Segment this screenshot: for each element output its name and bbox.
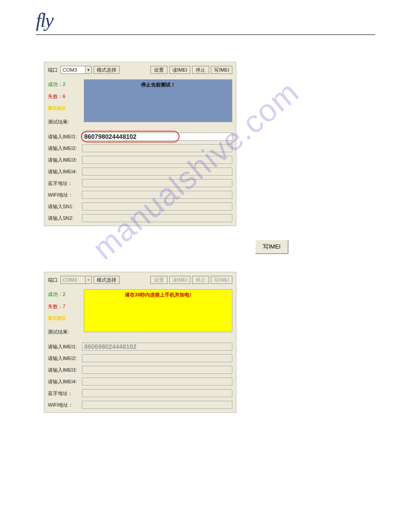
fail-count: 失败：6: [48, 93, 84, 100]
port-label: 端口: [48, 67, 58, 73]
imei3-label: 请输入IMEI3:: [48, 157, 79, 163]
port-combo: COM3 ▼: [60, 276, 92, 284]
wifi-input[interactable]: [82, 401, 232, 409]
read-imei-button: 读IMEI: [169, 276, 191, 284]
imei2-label: 请输入IMEI2:: [48, 355, 79, 362]
mode-select-button[interactable]: 模式选择: [94, 276, 120, 284]
stop-button: 停止: [192, 276, 209, 284]
bt-label: 蓝牙地址：: [48, 180, 79, 187]
chevron-down-icon: ▼: [85, 276, 91, 283]
sn2-label: 请输入SN2:: [48, 215, 79, 222]
panel-2: 端口 COM3 ▼ 模式选择 设置 读IMEI 停止 写IMEI 成功：2 失败…: [44, 272, 236, 413]
imei1-label: 请输入IMEI1:: [48, 343, 79, 350]
imei4-label: 请输入IMEI4:: [48, 168, 79, 175]
imei3-input[interactable]: [82, 366, 232, 374]
toolbar: 端口 COM3 ▼ 模式选择 设置 读IMEI 停止 写IMEI: [48, 276, 232, 284]
port-combo[interactable]: COM3 ▼: [60, 66, 92, 74]
success-count: 成功：2: [48, 81, 84, 88]
imei4-input[interactable]: [82, 378, 232, 386]
imei1-input[interactable]: 860798024448102: [82, 133, 232, 141]
result-label: 测试结果:: [48, 119, 84, 125]
sn1-input[interactable]: [82, 202, 232, 210]
stop-button[interactable]: 停止: [192, 66, 209, 74]
port-value: COM3: [63, 67, 77, 73]
write-imei-button: 写IMEI: [211, 276, 232, 284]
panel-1: 端口 COM3 ▼ 模式选择 设置 读IMEI 停止 写IMEI 成功：2 失败…: [44, 62, 236, 226]
logo: fly: [36, 9, 375, 35]
bt-label: 蓝牙地址：: [48, 390, 79, 397]
wifi-label: WIFI地址：: [48, 402, 79, 408]
imei1-label: 请输入IMEI1:: [48, 133, 79, 140]
imei4-label: 请输入IMEI4:: [48, 378, 79, 385]
settings-button: 设置: [150, 276, 167, 284]
read-imei-button[interactable]: 读IMEI: [169, 66, 191, 74]
settings-button[interactable]: 设置: [150, 66, 167, 74]
port-label: 端口: [48, 277, 58, 283]
imei2-input[interactable]: [82, 354, 232, 362]
wifi-label: WIFI地址：: [48, 192, 79, 198]
success-count: 成功：2: [48, 291, 84, 298]
retry-hint: 重试测试: [48, 105, 84, 112]
port-value: COM3: [63, 277, 77, 283]
imei3-label: 请输入IMEI3:: [48, 367, 79, 373]
imei3-input[interactable]: [82, 156, 232, 164]
imei4-input[interactable]: [82, 167, 232, 176]
write-imei-big-button[interactable]: 写IMEI: [255, 240, 288, 254]
chevron-down-icon: ▼: [85, 66, 91, 73]
toolbar: 端口 COM3 ▼ 模式选择 设置 读IMEI 停止 写IMEI: [48, 66, 232, 74]
write-imei-button[interactable]: 写IMEI: [211, 66, 232, 74]
status-message: 请在30秒内连接上手机并加电!: [84, 289, 232, 332]
wifi-input[interactable]: [82, 191, 232, 199]
retry-hint: 重试测试: [48, 315, 84, 322]
sn1-label: 请输入SN1:: [48, 203, 79, 210]
result-label: 测试结果:: [48, 329, 84, 335]
fail-count: 失败：7: [48, 303, 84, 310]
sn2-input[interactable]: [82, 214, 232, 222]
bt-input[interactable]: [82, 389, 232, 397]
imei2-input[interactable]: [82, 144, 232, 152]
imei2-label: 请输入IMEI2:: [48, 145, 79, 152]
imei1-input[interactable]: 860698024448102: [82, 343, 232, 351]
bt-input[interactable]: [82, 179, 232, 187]
mode-select-button[interactable]: 模式选择: [94, 66, 120, 74]
status-message: 停止当前测试！: [84, 79, 232, 122]
